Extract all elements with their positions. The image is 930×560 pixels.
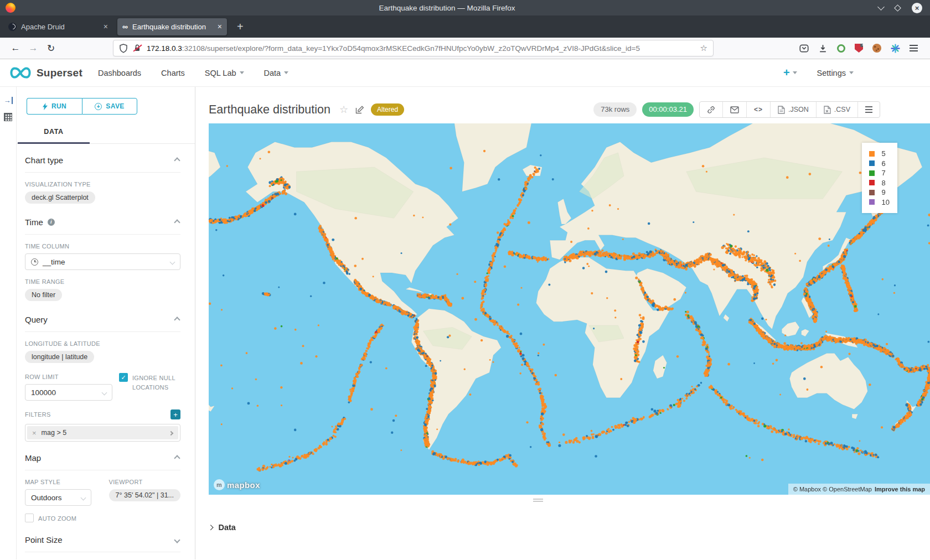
legend-item[interactable]: 8 bbox=[869, 178, 890, 188]
back-button[interactable]: ← bbox=[7, 43, 24, 54]
chevron-down-icon bbox=[793, 71, 797, 74]
time-range-value[interactable]: No filter bbox=[25, 289, 62, 301]
edit-properties-icon[interactable] bbox=[355, 105, 364, 114]
extension-shield-icon[interactable]: 2 bbox=[855, 44, 863, 53]
url-text[interactable]: 172.18.0.3:32108/superset/explore/?form_… bbox=[147, 44, 695, 53]
nav-dashboards[interactable]: Dashboards bbox=[98, 69, 141, 77]
legend-item[interactable]: 7 bbox=[869, 168, 890, 178]
attribution-text: © Mapbox © OpenStreetMap bbox=[793, 486, 872, 492]
export-csv-button[interactable]: .CSV bbox=[816, 102, 857, 117]
colorways-icon[interactable] bbox=[891, 44, 900, 53]
nav-data[interactable]: Data bbox=[264, 69, 289, 77]
filter-item[interactable]: × mag > 5 bbox=[27, 426, 178, 439]
deckgl-scatter-map[interactable]: 5678910 m mapbox © Mapbox © OpenStreetMa… bbox=[209, 123, 930, 495]
ignore-null-label: IGNORE NULL LOCATIONS bbox=[132, 374, 180, 392]
viewport-value[interactable]: 7° 35' 54.02" | 31... bbox=[109, 489, 180, 501]
mapbox-logo[interactable]: m mapbox bbox=[214, 479, 260, 490]
favorite-star-icon[interactable]: ☆ bbox=[339, 103, 348, 116]
brand-name: Superset bbox=[37, 67, 82, 79]
map-style-label: MAP STYLE bbox=[25, 479, 102, 485]
data-panel-toggle[interactable]: Data bbox=[209, 523, 236, 532]
section-query[interactable]: Query bbox=[25, 303, 180, 332]
forward-button[interactable]: → bbox=[24, 43, 42, 54]
legend-label: 5 bbox=[882, 149, 886, 158]
legend-swatch-icon bbox=[869, 170, 875, 176]
panel-resize-handle[interactable] bbox=[195, 499, 880, 502]
download-icon[interactable] bbox=[818, 44, 828, 53]
extension-privacy-icon[interactable] bbox=[837, 44, 845, 53]
chevron-up-icon bbox=[174, 455, 180, 461]
new-tab-button[interactable]: + bbox=[231, 20, 249, 33]
shield-icon[interactable] bbox=[119, 44, 128, 53]
dataset-grid-icon[interactable] bbox=[4, 113, 12, 121]
legend-item[interactable]: 9 bbox=[869, 188, 890, 198]
row-limit-select[interactable]: 100000 bbox=[25, 384, 112, 401]
chart-menu-button[interactable] bbox=[857, 102, 880, 117]
chart-header: Earthquake distribution ☆ Altered 73k ro… bbox=[195, 87, 930, 123]
menu-icon[interactable] bbox=[910, 45, 918, 51]
superset-logo[interactable]: Superset bbox=[9, 66, 82, 79]
maximize-icon[interactable] bbox=[894, 4, 901, 12]
time-column-select[interactable]: __time bbox=[25, 253, 180, 270]
section-time[interactable]: Timei bbox=[25, 206, 180, 235]
left-icon-rail: → bbox=[0, 87, 17, 559]
viz-type-value[interactable]: deck.gl Scatterplot bbox=[25, 191, 95, 204]
tab-data[interactable]: DATA bbox=[18, 122, 90, 144]
chevron-up-icon bbox=[174, 219, 180, 225]
copy-link-button[interactable] bbox=[700, 102, 722, 117]
legend-item[interactable]: 10 bbox=[869, 198, 890, 208]
legend-item[interactable]: 5 bbox=[869, 149, 890, 159]
run-button[interactable]: RUN bbox=[27, 98, 82, 115]
remove-filter-icon[interactable]: × bbox=[27, 429, 42, 437]
chart-panel: Earthquake distribution ☆ Altered 73k ro… bbox=[195, 87, 930, 559]
email-button[interactable] bbox=[722, 102, 746, 117]
section-chart-type[interactable]: Chart type bbox=[25, 144, 180, 173]
lonlat-value[interactable]: longitude | latitude bbox=[25, 351, 94, 363]
settings-menu[interactable]: Settings bbox=[817, 69, 854, 77]
tab-apache-druid[interactable]: Apache Druid × bbox=[3, 18, 113, 35]
insecure-lock-icon[interactable] bbox=[133, 44, 142, 53]
reload-button[interactable]: ↻ bbox=[42, 43, 60, 54]
pocket-icon[interactable] bbox=[799, 44, 809, 53]
save-button[interactable]: + SAVE bbox=[82, 98, 137, 115]
ignore-null-checkbox[interactable]: ✓ bbox=[119, 373, 128, 382]
filter-box: × mag > 5 bbox=[25, 424, 180, 442]
clock-icon bbox=[31, 258, 38, 266]
expand-filter-icon[interactable] bbox=[169, 429, 178, 437]
row-count-badge: 73k rows bbox=[593, 102, 637, 117]
superset-navbar: Superset Dashboards Charts SQL Lab Data … bbox=[0, 59, 930, 87]
export-json-button[interactable]: .JSON bbox=[770, 102, 816, 117]
map-attribution: © Mapbox © OpenStreetMap Improve this ma… bbox=[788, 484, 930, 495]
add-filter-button[interactable]: + bbox=[170, 409, 180, 419]
legend-swatch-icon bbox=[869, 190, 875, 195]
auto-zoom-checkbox[interactable] bbox=[25, 514, 34, 522]
close-icon[interactable]: × bbox=[912, 3, 922, 13]
expand-panel-icon[interactable]: → bbox=[4, 97, 13, 104]
embed-code-button[interactable]: <> bbox=[746, 102, 770, 117]
legend-item[interactable]: 6 bbox=[869, 159, 890, 169]
section-map[interactable]: Map bbox=[25, 442, 180, 470]
window-title: Earthquake distribution — Mozilla Firefo… bbox=[16, 4, 879, 12]
superset-infinity-icon bbox=[9, 66, 32, 79]
legend-swatch-icon bbox=[869, 160, 875, 166]
tab-close-icon[interactable]: × bbox=[218, 22, 222, 31]
legend-swatch-icon bbox=[869, 199, 875, 205]
legend-swatch-icon bbox=[869, 180, 875, 185]
map-style-select[interactable]: Outdoors bbox=[25, 489, 91, 506]
improve-map-link[interactable]: Improve this map bbox=[875, 486, 925, 492]
nav-charts[interactable]: Charts bbox=[161, 69, 185, 77]
tab-close-icon[interactable]: × bbox=[104, 22, 108, 31]
lightning-icon bbox=[43, 103, 48, 110]
plus-circle-icon: + bbox=[95, 103, 102, 110]
tab-label: Apache Druid bbox=[21, 23, 99, 31]
cookie-extension-icon[interactable] bbox=[872, 44, 881, 53]
add-new-button[interactable]: + bbox=[783, 66, 797, 79]
chevron-down-icon bbox=[81, 495, 86, 500]
nav-sql-lab[interactable]: SQL Lab bbox=[205, 69, 244, 77]
url-path: :32108/superset/explore/?form_data_key=1… bbox=[182, 44, 640, 53]
minimize-icon[interactable] bbox=[877, 3, 885, 11]
tab-earthquake-distribution[interactable]: ∞ Earthquake distribution × bbox=[117, 18, 227, 35]
url-bar[interactable]: 172.18.0.3:32108/superset/explore/?form_… bbox=[113, 40, 714, 56]
section-point-size[interactable]: Point Size bbox=[25, 523, 180, 552]
bookmark-star-icon[interactable]: ☆ bbox=[700, 43, 707, 53]
